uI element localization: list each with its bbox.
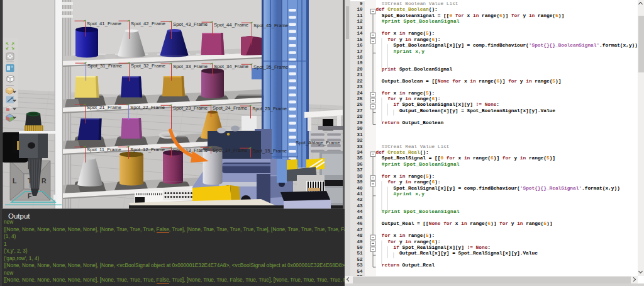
svg-text:Spot_33_Frame: Spot_33_Frame (173, 64, 208, 69)
svg-text:Spot_25_Frame: Spot_25_Frame (252, 106, 287, 112)
svg-text:R: R (42, 177, 47, 185)
svg-text:F: F (28, 192, 32, 200)
svg-text:Spot_32_Frame: Spot_32_Frame (131, 63, 165, 69)
svg-text:Spot_15_Frame: Spot_15_Frame (252, 148, 287, 154)
svg-text:Spot_12_Frame: Spot_12_Frame (130, 147, 165, 152)
svg-text:Spot_Ablage_Frame: Spot_Ablage_Frame (296, 140, 340, 146)
svg-text:L: L (13, 177, 17, 185)
svg-text:Spot_45_Frame: Spot_45_Frame (253, 23, 288, 28)
svg-text:Spot_35_Frame: Spot_35_Frame (253, 64, 288, 70)
svg-text:Spot_31_Frame: Spot_31_Frame (87, 63, 122, 69)
svg-text:Spot_11_Frame: Spot_11_Frame (87, 147, 121, 152)
svg-text:Spot_22_Frame: Spot_22_Frame (130, 105, 165, 110)
svg-text:Spot_21_Frame: Spot_21_Frame (87, 105, 121, 110)
svg-text:Spot_42_Frame: Spot_42_Frame (131, 21, 165, 26)
svg-text:Spot_23_Frame: Spot_23_Frame (173, 105, 208, 111)
svg-text:Spot_41_Frame: Spot_41_Frame (87, 21, 121, 26)
svg-text:Spot_13_Frame: Spot_13_Frame (173, 147, 208, 153)
